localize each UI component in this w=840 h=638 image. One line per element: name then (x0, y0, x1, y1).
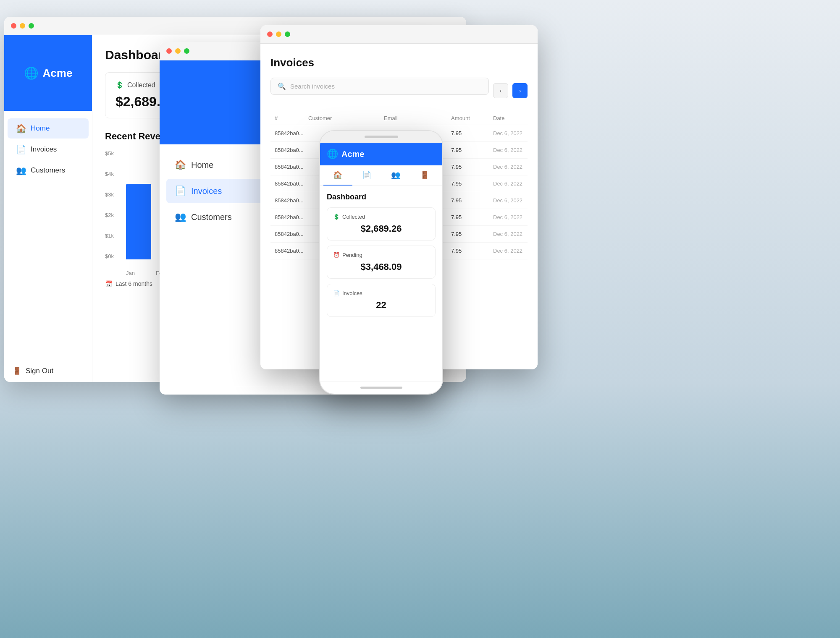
mobile-logo-text: Acme (341, 149, 364, 159)
search-row: 🔍 Search invoices ‹ › (270, 78, 528, 103)
mobile-content: Dashboard 💲 Collected $2,689.26 ⏰ Pendin… (320, 186, 442, 382)
mobile-clock-icon: ⏰ (333, 252, 340, 258)
sidebar-invoices-label: Invoices (31, 145, 57, 154)
close-button[interactable] (11, 23, 16, 29)
mobile-pending-value: $3,468.09 (333, 261, 429, 272)
search-next-button[interactable]: › (512, 83, 528, 98)
mobile-pending-card: ⏰ Pending $3,468.09 (327, 246, 436, 279)
minimize-button[interactable] (20, 23, 25, 29)
sidebar2-customers-label: Customers (191, 212, 232, 222)
invoices-icon-2: 📄 (175, 186, 186, 196)
mobile-collected-card: 💲 Collected $2,689.26 (327, 207, 436, 241)
sidebar-nav-1: 🏠 Home 📄 Invoices 👥 Customers (4, 111, 92, 360)
signout-label-1: Sign Out (26, 367, 53, 375)
search-placeholder: Search invoices (290, 83, 335, 90)
mobile-pending-label: ⏰ Pending (333, 252, 429, 258)
mobile-tab-signout[interactable]: 🚪 (410, 165, 439, 186)
signout-icon-1: 🚪 (13, 366, 21, 375)
table-header: # Customer Email Amount Date (270, 112, 528, 125)
mobile-tab-invoices[interactable]: 📄 (352, 165, 381, 186)
home-indicator (360, 387, 402, 389)
search-icon: 🔍 (278, 82, 286, 90)
mobile-tab-home[interactable]: 🏠 (323, 165, 352, 186)
col-amount: Amount (451, 115, 493, 121)
mobile-dashboard-title: Dashboard (327, 193, 436, 201)
mobile-nav-tabs: 🏠 📄 👥 🚪 (320, 165, 442, 186)
notch-bar (365, 136, 398, 138)
mobile-header: 🌐 Acme (320, 143, 442, 165)
search-bar[interactable]: 🔍 Search invoices (270, 78, 489, 95)
sidebar-1: 🌐 Acme 🏠 Home 📄 Invoices 👥 Customers � (4, 35, 92, 382)
bar-jan (126, 184, 151, 259)
sidebar-home-label: Home (31, 124, 50, 133)
mobile-invoices-count: 22 (333, 300, 429, 311)
sidebar-item-invoices[interactable]: 📄 Invoices (8, 139, 89, 160)
sidebar2-home-label: Home (191, 160, 213, 170)
sidebar-customers-label: Customers (31, 166, 65, 175)
mobile-globe-icon: 🌐 (327, 149, 338, 160)
invoices-icon: 📄 (16, 144, 26, 154)
globe-icon-1: 🌐 (24, 66, 39, 80)
logo-text-1: Acme (43, 67, 73, 80)
dollar-circle-icon: 💲 (116, 81, 124, 89)
calendar-icon: 📅 (105, 280, 112, 287)
mobile-invoices-card: 📄 Invoices 22 (327, 284, 436, 317)
mobile-device: 🌐 Acme 🏠 📄 👥 🚪 Dashboard 💲 Collected $2,… (319, 130, 443, 395)
customers-icon: 👥 (16, 165, 26, 175)
home-icon-2: 🏠 (175, 160, 186, 170)
minimize-button-3[interactable] (276, 31, 281, 37)
titlebar-3 (260, 25, 538, 44)
close-button-3[interactable] (267, 31, 273, 37)
maximize-button-2[interactable] (184, 48, 189, 54)
mobile-tab-customers[interactable]: 👥 (381, 165, 410, 186)
col-email: Email (384, 115, 451, 121)
sidebar-item-home[interactable]: 🏠 Home (8, 118, 89, 139)
col-customer: Customer (308, 115, 384, 121)
sidebar2-invoices-label: Invoices (191, 186, 222, 196)
maximize-button-3[interactable] (285, 31, 290, 37)
mobile-invoices-icon: 📄 (333, 290, 340, 296)
minimize-button-2[interactable] (175, 48, 181, 54)
maximize-button[interactable] (29, 23, 34, 29)
chart-y-axis: $5k $4k $3k $2k $1k $0k (105, 150, 114, 259)
close-button-2[interactable] (166, 48, 172, 54)
col-date: Date (493, 115, 527, 121)
mobile-collected-label: 💲 Collected (333, 214, 429, 220)
mobile-collected-value: $2,689.26 (333, 223, 429, 234)
mobile-home-bar (320, 382, 442, 393)
logo-area-1: 🌐 Acme (4, 35, 92, 111)
signout-button-1[interactable]: 🚪 Sign Out (4, 360, 92, 382)
mobile-invoices-label: 📄 Invoices (333, 290, 429, 296)
customers-icon-2: 👥 (175, 212, 186, 222)
search-prev-button[interactable]: ‹ (493, 83, 508, 98)
invoices-title: Invoices (270, 56, 528, 69)
sidebar-item-customers[interactable]: 👥 Customers (8, 160, 89, 180)
col-hash: # (275, 115, 308, 121)
home-icon: 🏠 (16, 123, 26, 133)
mobile-dollar-icon: 💲 (333, 214, 340, 220)
mobile-notch (320, 131, 442, 143)
